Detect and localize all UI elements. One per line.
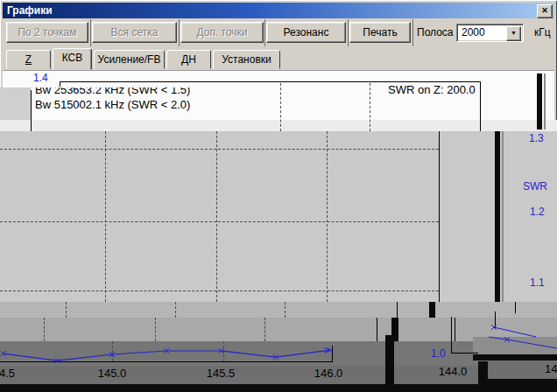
gridline-v bbox=[44, 318, 45, 341]
chart-bottom-border bbox=[0, 361, 333, 362]
tab-ksv[interactable]: КСВ bbox=[53, 48, 92, 70]
gridline-v bbox=[370, 83, 370, 131]
gridline-v bbox=[112, 341, 113, 361]
toolbar-separator bbox=[348, 19, 349, 46]
close-button[interactable]: ✕ bbox=[537, 4, 553, 18]
swr-on-z-annotation: SWR on Z: 200.0 bbox=[388, 83, 476, 96]
glitch-band bbox=[0, 302, 557, 318]
toolbar-separator bbox=[264, 19, 265, 46]
glitch-band bbox=[0, 120, 557, 131]
gridline-h bbox=[0, 290, 439, 291]
dropdown-button[interactable]: ▼ bbox=[506, 26, 521, 41]
chart-right-border bbox=[480, 81, 481, 131]
chart-right-border bbox=[377, 318, 377, 341]
axis-fragment bbox=[455, 318, 455, 341]
axis-fragment bbox=[495, 312, 496, 329]
glitch-black-band bbox=[478, 361, 488, 392]
gridline-v bbox=[327, 131, 328, 302]
button-print[interactable]: Печать bbox=[349, 22, 411, 43]
y-tick-1-2: 1.2 bbox=[530, 206, 545, 218]
gridline-v bbox=[175, 302, 176, 318]
gridline-v bbox=[280, 83, 281, 131]
axis-fragment bbox=[451, 353, 478, 354]
glitch-stripe bbox=[429, 302, 435, 318]
glitch-stripe bbox=[502, 131, 504, 302]
y-tick-1-0: 1.0 bbox=[431, 347, 446, 360]
glitch-stripe bbox=[385, 335, 394, 385]
chart-right-border bbox=[439, 131, 440, 302]
band-value: 2000 bbox=[462, 26, 485, 38]
app-window: Графики ✕ По 2 точкам Вся сетка Доп. точ… bbox=[0, 0, 557, 392]
title-bar[interactable]: Графики bbox=[3, 3, 554, 18]
tab-dn[interactable]: ДН bbox=[166, 50, 211, 69]
chart-left-border bbox=[31, 90, 32, 131]
button-resonance[interactable]: Резонанс bbox=[266, 22, 346, 43]
glitch-stripe bbox=[537, 74, 542, 130]
chart-top-border bbox=[60, 81, 480, 82]
glitch-stripe bbox=[544, 74, 546, 130]
glitch-band bbox=[473, 337, 557, 354]
button-full-grid[interactable]: Вся сетка bbox=[92, 22, 177, 43]
glitch-stripe bbox=[473, 354, 557, 360]
gridline-v bbox=[155, 318, 156, 341]
gridline-h bbox=[0, 221, 439, 222]
x-tick-clipped: 14 bbox=[545, 362, 557, 375]
glitch-black-band bbox=[0, 384, 557, 392]
axis-fragment bbox=[515, 302, 516, 313]
gridline-h bbox=[0, 149, 439, 150]
band-label: Полоса bbox=[417, 26, 454, 38]
x-tick-145-5: 145.5 bbox=[201, 367, 240, 380]
gridline-v bbox=[66, 302, 67, 318]
y-tick-1-4: 1.4 bbox=[33, 72, 48, 84]
x-tick-144-5: 4.5 bbox=[0, 367, 15, 380]
glitch-black-band bbox=[488, 379, 557, 392]
gridline-v bbox=[216, 131, 217, 302]
gridline-v bbox=[264, 318, 265, 341]
y-axis-title: SWR bbox=[523, 180, 547, 192]
window-title: Графики bbox=[7, 4, 53, 17]
toolbar-separator bbox=[412, 19, 413, 46]
x-tick-144-0: 144.0 bbox=[434, 365, 472, 378]
chart-band-main bbox=[0, 131, 557, 302]
band-combobox[interactable]: 2000 ▼ bbox=[456, 24, 524, 42]
gridline-v bbox=[105, 131, 106, 302]
toolbar-separator bbox=[179, 19, 180, 46]
x-tick-145-0: 145.0 bbox=[93, 367, 131, 380]
tab-gain-fb[interactable]: Усиление/FB bbox=[94, 50, 165, 69]
tab-settings[interactable]: Установки bbox=[213, 50, 280, 69]
close-icon: ✕ bbox=[541, 6, 548, 15]
button-by-2-points[interactable]: По 2 точкам bbox=[6, 22, 88, 43]
chart-right-border bbox=[397, 302, 398, 318]
chart-corner bbox=[60, 81, 60, 87]
band-unit-label: кГц bbox=[534, 26, 551, 38]
y-tick-1-1: 1.1 bbox=[530, 276, 545, 289]
axis-fragment bbox=[451, 317, 452, 354]
glitch-stripe bbox=[495, 131, 500, 302]
chart-right-border bbox=[332, 346, 333, 362]
toolbar-separator bbox=[90, 19, 91, 46]
gridline-v bbox=[223, 341, 224, 361]
y-tick-1-3: 1.3 bbox=[529, 132, 544, 144]
tab-z[interactable]: Z bbox=[6, 50, 51, 69]
x-tick-146-0: 146.0 bbox=[309, 367, 348, 380]
gridline-v bbox=[285, 302, 286, 318]
bandwidth-info-2: Bw 515002.1 kHz (SWR < 2.0) bbox=[35, 98, 190, 111]
button-extra-points[interactable]: Доп. точки bbox=[180, 22, 264, 43]
chevron-down-icon: ▼ bbox=[511, 30, 517, 36]
